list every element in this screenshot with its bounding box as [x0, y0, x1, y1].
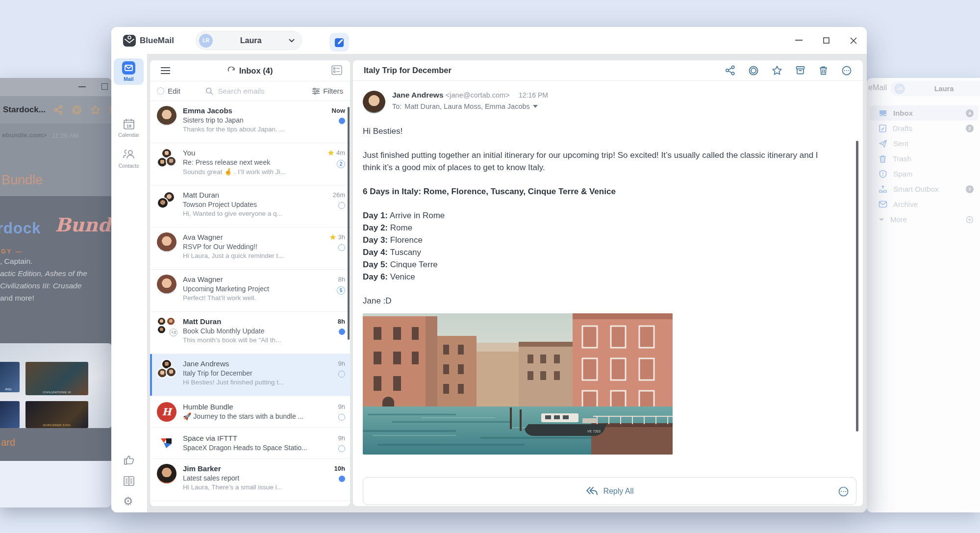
nav-mail[interactable]: Mail	[114, 58, 144, 85]
list-item[interactable]: You Re: Press release next week Sounds g…	[150, 143, 350, 185]
folder-badge: 2	[966, 125, 974, 132]
greeting: Hi Besties!	[363, 125, 836, 137]
left-email-body-line: Civilizations III: Crusade	[0, 279, 108, 292]
nav-contacts[interactable]: Contacts	[114, 149, 144, 169]
bluemail-window: BlueMail LR Laura Mail 19	[111, 27, 867, 512]
desktop: Stardock... ebundle.com> 11:26 AM Bundle…	[0, 0, 980, 533]
background-window-left[interactable]: Stardock... ebundle.com> 11:26 AM Bundle…	[0, 78, 112, 508]
mail-icon	[122, 61, 135, 75]
star-icon[interactable]	[772, 65, 782, 76]
star-icon[interactable]	[90, 105, 101, 115]
unread-dot	[339, 476, 345, 482]
list-item[interactable]: Ava Wagner Upcoming Marketing Project Pe…	[150, 270, 350, 312]
list-item[interactable]: Ava Wagner RSVP for Our Wedding!! Hi Lau…	[150, 228, 350, 270]
read-circle	[338, 371, 345, 378]
list-item[interactable]: Matt Duran Towson Project Updates Hi, Wa…	[150, 185, 350, 228]
left-window-titlebar	[0, 78, 112, 96]
sender-avatar	[363, 91, 385, 113]
read-circle	[338, 244, 345, 251]
list-title: Inbox (4)	[150, 66, 350, 76]
star-icon[interactable]	[327, 150, 334, 156]
list-item[interactable]: Space via IFTTT SpaceX Dragon Heads to S…	[150, 428, 350, 459]
stardock-logo-tagline: GY —	[1, 248, 23, 255]
paragraph: Just finished putting together an initia…	[363, 149, 836, 174]
refresh-icon[interactable]	[227, 67, 235, 75]
nav-calendar[interactable]: 19 Calendar	[114, 118, 144, 138]
folder-inbox[interactable]: Inbox 4	[870, 105, 979, 121]
reply-all-button[interactable]: Reply All	[363, 477, 856, 505]
list-item-selected[interactable]: Jane Andrews Italy Trip for December Hi …	[150, 354, 350, 396]
thread-count: 2	[337, 160, 345, 168]
share-icon[interactable]	[725, 65, 735, 76]
maximize-button[interactable]	[821, 35, 831, 46]
settings-gear-icon[interactable]: ⚙	[123, 495, 133, 507]
reply-more-options-icon[interactable]	[838, 486, 849, 497]
trash-icon	[879, 154, 887, 163]
avatar-group	[157, 359, 176, 379]
folder-more[interactable]: More	[870, 212, 979, 227]
folder-spam[interactable]: Spam	[870, 166, 979, 181]
recipients: Matt Duran, Laura Moss, Emma Jacobs	[404, 102, 529, 110]
search-input[interactable]	[217, 86, 288, 96]
star-icon[interactable]	[329, 234, 336, 241]
chevron-down-icon	[879, 218, 884, 222]
select-circle-icon	[157, 87, 164, 95]
spam-icon	[879, 170, 887, 178]
avatar	[157, 232, 176, 252]
mark-circle-icon[interactable]	[748, 65, 759, 76]
folder-drafts[interactable]: Drafts 2	[870, 121, 979, 136]
notes-icon[interactable]	[123, 476, 135, 486]
stardock-logo-word1: rdock	[0, 220, 41, 237]
game-cover: ROL	[0, 362, 20, 392]
background-window-right[interactable]: eMail LR Laura Inbox 4 Drafts 2	[867, 78, 980, 512]
svg-text:19: 19	[126, 124, 131, 128]
view-toggle-icon[interactable]	[331, 65, 342, 75]
email-list-panel: Inbox (4) Edit Filters	[150, 60, 350, 506]
left-email-link-fragment[interactable]: ard	[1, 437, 15, 448]
account-switcher[interactable]: LR Laura	[890, 81, 980, 96]
email-subject-title: Italy Trip for December	[364, 66, 452, 75]
left-email-promo-image: ROL CIVILIZATIONS III SORCERER KING	[0, 343, 112, 428]
chevron-down-icon	[533, 105, 538, 108]
titlebar: BlueMail LR Laura	[111, 27, 867, 54]
account-name: Laura	[905, 85, 980, 93]
list-item[interactable]: H Humble Bundle 🚀 Journey to the stars w…	[150, 396, 350, 428]
sent-time: 12:16 PM	[519, 91, 548, 99]
trash-icon[interactable]	[818, 65, 829, 76]
mark-circle-icon[interactable]	[72, 105, 82, 115]
list-scrollbar[interactable]	[348, 107, 350, 340]
minimize-button[interactable]	[793, 35, 804, 46]
list-item[interactable]: Emma Jacobs Sisters trip to Japan Thanks…	[150, 101, 350, 143]
folder-archive[interactable]: Archive	[870, 197, 979, 212]
folder-trash[interactable]: Trash	[870, 151, 979, 166]
hamburger-menu-icon[interactable]	[161, 67, 170, 74]
email-image-venice: VE 7263	[363, 313, 673, 455]
list-item[interactable]: +3 Matt Duran Book Club Monthly Update T…	[150, 312, 350, 354]
close-button[interactable]	[848, 35, 859, 46]
filters-button[interactable]: Filters	[312, 87, 343, 95]
left-email-body-line: actic Edition, Ashes of the	[0, 267, 108, 279]
folder-sent[interactable]: Sent	[870, 136, 979, 151]
folder-badge: 7	[966, 185, 974, 193]
archive-icon[interactable]	[795, 65, 805, 76]
thumbs-up-icon[interactable]	[123, 454, 135, 466]
game-cover	[0, 401, 20, 428]
more-options-icon[interactable]	[841, 65, 852, 76]
plus-circle-icon[interactable]	[966, 216, 974, 224]
minimize-icon[interactable]	[78, 86, 86, 87]
reading-scrollbar[interactable]	[856, 141, 858, 431]
recipients-row[interactable]: To: Matt Duran, Laura Moss, Emma Jacobs	[392, 102, 548, 110]
left-email-time: 11:26 AM	[52, 132, 78, 139]
reply-all-icon	[585, 486, 598, 496]
account-switcher[interactable]: LR Laura	[196, 31, 302, 50]
edit-button[interactable]: Edit	[157, 87, 180, 95]
list-item[interactable]: Jim Barker Latest sales report Hi Laura,…	[150, 459, 350, 501]
maximize-icon[interactable]	[101, 83, 108, 90]
archive-icon	[879, 201, 887, 208]
svg-text:VE 7263: VE 7263	[587, 430, 601, 433]
compose-button[interactable]	[329, 33, 349, 51]
app-title: BlueMail	[140, 27, 174, 54]
share-icon[interactable]	[53, 105, 63, 115]
reading-pane: Italy Trip for December Jane Andrews <ja…	[353, 60, 863, 506]
folder-smart-outbox[interactable]: Smart Outbox 7	[870, 181, 979, 197]
